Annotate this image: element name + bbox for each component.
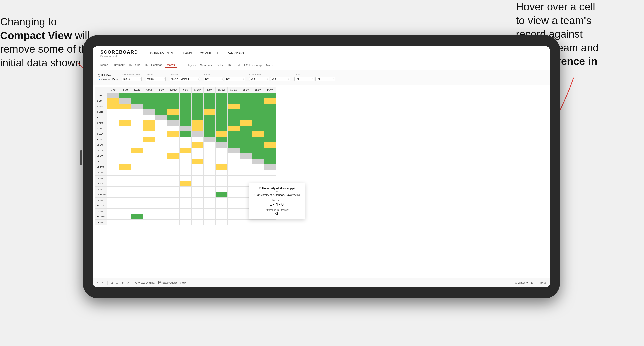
matrix-cell[interactable] [204,131,216,137]
sub-tab-detail[interactable]: Detail [214,63,225,68]
matrix-cell[interactable] [180,126,192,131]
matrix-cell[interactable] [192,93,204,98]
matrix-cell[interactable] [204,164,216,170]
matrix-cell[interactable] [155,120,167,126]
matrix-cell[interactable] [143,148,155,153]
matrix-cell[interactable] [204,104,216,109]
matrix-cell[interactable] [216,209,228,214]
matrix-cell[interactable] [143,93,155,98]
matrix-cell[interactable] [107,98,119,104]
matrix-cell[interactable] [119,98,131,104]
matrix-cell[interactable] [216,115,228,120]
matrix-cell[interactable] [240,148,252,153]
matrix-cell[interactable] [131,153,143,159]
matrix-cell[interactable] [264,131,276,137]
sub-tab-players[interactable]: Players [184,63,198,68]
sub-tab-summary1[interactable]: Summary [110,62,126,68]
matrix-cell[interactable] [264,93,276,98]
sub-tab-h2h-heatmap1[interactable]: H2H Heatmap [143,62,164,68]
matrix-cell[interactable] [155,164,167,170]
matrix-cell[interactable] [228,142,240,148]
matrix-cell[interactable] [107,93,119,98]
filter-conference-select[interactable]: (All) [249,77,269,81]
matrix-cell[interactable] [167,159,180,164]
matrix-cell[interactable] [155,176,167,181]
matrix-cell[interactable] [240,176,252,181]
matrix-cell[interactable] [155,93,167,98]
matrix-cell[interactable] [167,115,180,120]
matrix-cell[interactable] [119,220,131,225]
matrix-cell[interactable] [228,187,240,192]
matrix-cell[interactable] [216,176,228,181]
matrix-cell[interactable] [107,153,119,159]
matrix-cell[interactable] [180,214,192,220]
matrix-cell[interactable] [155,187,167,192]
radio-full[interactable] [98,74,100,77]
matrix-cell[interactable] [240,220,252,225]
matrix-cell[interactable] [240,142,252,148]
matrix-cell[interactable] [167,120,180,126]
matrix-cell[interactable] [216,137,228,142]
matrix-cell[interactable] [216,142,228,148]
matrix-cell[interactable] [131,115,143,120]
matrix-cell[interactable] [107,104,119,109]
matrix-cell[interactable] [167,131,180,137]
matrix-cell[interactable] [252,159,264,164]
matrix-cell[interactable] [180,137,192,142]
matrix-cell[interactable] [252,170,264,176]
matrix-cell[interactable] [180,203,192,209]
matrix-cell[interactable] [204,176,216,181]
matrix-cell[interactable] [192,214,204,220]
nav-tournaments[interactable]: TOURNAMENTS [148,50,173,56]
matrix-cell[interactable] [167,98,180,104]
matrix-cell[interactable] [192,209,204,214]
matrix-cell[interactable] [143,176,155,181]
matrix-cell[interactable] [107,170,119,176]
matrix-cell[interactable] [119,93,131,98]
matrix-cell[interactable] [131,220,143,225]
matrix-cell[interactable] [252,98,264,104]
matrix-cell[interactable] [264,137,276,142]
matrix-cell[interactable] [252,176,264,181]
matrix-cell[interactable] [143,98,155,104]
matrix-cell[interactable] [180,164,192,170]
matrix-cell[interactable] [192,115,204,120]
matrix-cell[interactable] [143,131,155,137]
matrix-cell[interactable] [167,170,180,176]
matrix-cell[interactable] [167,126,180,131]
toolbar-settings[interactable]: ⊞ [531,281,533,284]
matrix-cell[interactable] [107,181,119,187]
matrix-cell[interactable] [216,98,228,104]
matrix-cell[interactable] [192,137,204,142]
matrix-cell[interactable] [155,153,167,159]
matrix-cell[interactable] [107,159,119,164]
matrix-cell[interactable] [167,203,180,209]
matrix-cell[interactable] [119,181,131,187]
matrix-cell[interactable] [192,176,204,181]
matrix-cell[interactable] [264,176,276,181]
filter-region-select[interactable]: N/A [204,77,224,81]
matrix-cell[interactable] [180,209,192,214]
matrix-cell[interactable] [192,159,204,164]
matrix-cell[interactable] [204,115,216,120]
matrix-cell[interactable] [107,209,119,214]
matrix-cell[interactable] [131,214,143,220]
matrix-cell[interactable] [180,187,192,192]
matrix-cell[interactable] [107,142,119,148]
matrix-cell[interactable] [167,220,180,225]
matrix-cell[interactable] [264,170,276,176]
matrix-cell[interactable] [143,198,155,203]
matrix-cell[interactable] [228,104,240,109]
matrix-cell[interactable] [131,176,143,181]
matrix-cell[interactable] [155,137,167,142]
matrix-cell[interactable] [204,142,216,148]
view-option-full[interactable]: Full View [98,74,118,77]
matrix-cell[interactable] [119,176,131,181]
matrix-cell[interactable] [167,153,180,159]
matrix-cell[interactable] [192,148,204,153]
matrix-cell[interactable] [131,93,143,98]
matrix-cell[interactable] [216,164,228,170]
matrix-cell[interactable] [180,170,192,176]
sub-tab-matrix1[interactable]: Matrix [165,62,177,68]
matrix-cell[interactable] [131,126,143,131]
